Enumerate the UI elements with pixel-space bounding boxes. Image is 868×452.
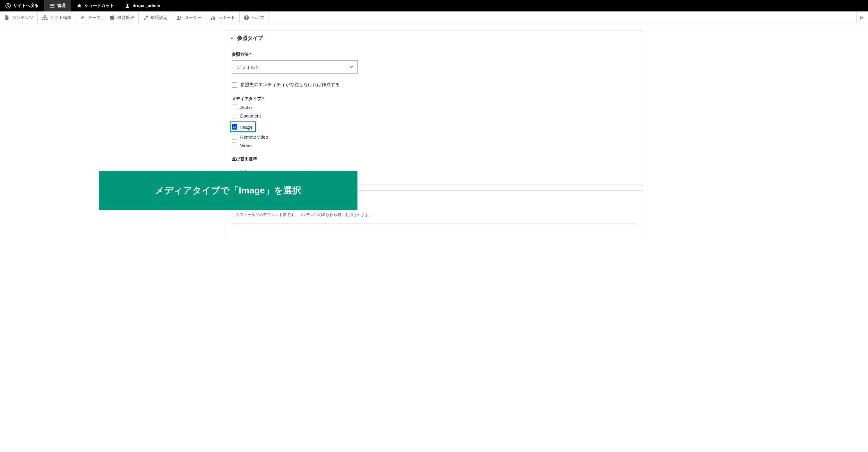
- menu-help-label: ヘルプ: [252, 15, 264, 21]
- media-type-audio-row: Audio: [232, 104, 636, 110]
- media-type-video-checkbox[interactable]: [232, 142, 237, 148]
- sort-label: 並び替え基準: [232, 156, 636, 162]
- media-type-document-row: Document: [232, 113, 636, 119]
- document-icon: [4, 15, 10, 21]
- manage-menu-link[interactable]: 管理: [44, 0, 71, 11]
- annotation-banner: メディアタイプで「Image」を選択: [99, 171, 358, 210]
- svg-point-8: [180, 16, 181, 18]
- menu-people-label: ユーザー: [185, 15, 202, 21]
- menu-content-label: コンテンツ: [12, 15, 33, 21]
- menu-content[interactable]: コンテンツ: [0, 11, 38, 24]
- menu-appearance[interactable]: テーマ: [76, 11, 105, 24]
- sitemap-icon: [42, 15, 48, 21]
- users-icon: [176, 15, 182, 21]
- media-type-document-checkbox[interactable]: [232, 113, 237, 119]
- media-types-group: Audio Document Image Remote video Video: [232, 104, 636, 148]
- back-to-site-label: サイトへ戻る: [13, 3, 38, 8]
- media-type-video-row: Video: [232, 142, 636, 148]
- menu-extend-label: 機能拡張: [117, 15, 134, 21]
- create-entity-label[interactable]: 参照先のエンティティが存在しなければ作成する: [240, 82, 340, 88]
- toolbar-collapse-button[interactable]: [856, 11, 868, 24]
- default-value-help-text: このフィールドのデフォルト値です。コンテンツの新規作成時に利用されます。: [232, 212, 636, 218]
- username-label: drupal_admin: [133, 3, 160, 8]
- shortcuts-label: ショートカット: [84, 3, 114, 8]
- media-type-audio-label[interactable]: Audio: [240, 105, 252, 110]
- menu-configuration[interactable]: 環境設定: [138, 11, 172, 24]
- svg-rect-5: [46, 19, 48, 20]
- panel-reference-title: 参照タイプ: [237, 35, 263, 41]
- user-menu-link[interactable]: drupal_admin: [119, 0, 166, 11]
- media-type-remote-video-label[interactable]: Remote video: [240, 134, 268, 139]
- media-type-label: メディアタイプ*: [232, 96, 636, 102]
- reference-method-label: 参照方法*: [232, 52, 636, 57]
- shortcuts-link[interactable]: ショートカット: [71, 0, 119, 11]
- menu-extend[interactable]: 機能拡張: [105, 11, 138, 24]
- menu-structure[interactable]: サイト構築: [38, 11, 76, 24]
- media-type-document-label[interactable]: Document: [240, 113, 261, 119]
- svg-rect-9: [211, 18, 212, 20]
- reference-method-select[interactable]: デフォルト: [232, 60, 358, 73]
- reference-method-select-wrapper: デフォルト: [232, 60, 358, 73]
- svg-rect-2: [44, 15, 45, 17]
- menu-people[interactable]: ユーザー: [172, 11, 206, 24]
- svg-point-1: [127, 4, 128, 6]
- media-type-image-checkbox[interactable]: [232, 124, 237, 130]
- toolbar-admin-menu: コンテンツ サイト構築 テーマ 機能拡張 環境設定 ユーザー レポート: [0, 11, 868, 24]
- menu-reports-label: レポート: [218, 15, 235, 21]
- tools-icon: [143, 15, 148, 21]
- media-type-remote-video-checkbox[interactable]: [232, 134, 237, 139]
- svg-rect-11: [214, 17, 215, 20]
- svg-rect-3: [42, 19, 43, 20]
- menu-help[interactable]: ? ヘルプ: [240, 11, 269, 24]
- svg-point-7: [178, 16, 179, 18]
- media-type-audio-checkbox[interactable]: [232, 104, 237, 110]
- menu-structure-label: サイト構築: [50, 15, 71, 21]
- puzzle-icon: [110, 15, 115, 21]
- back-arrow-icon: [5, 3, 11, 8]
- hamburger-icon: [50, 3, 55, 8]
- toolbar-admin-top: サイトへ戻る 管理 ショートカット drupal_admin: [0, 0, 868, 11]
- media-type-image-highlight: Image: [230, 122, 256, 132]
- media-type-video-label[interactable]: Video: [240, 143, 252, 148]
- menu-reports[interactable]: レポート: [206, 11, 240, 24]
- create-entity-checkbox[interactable]: [232, 82, 237, 88]
- back-to-site-link[interactable]: サイトへ戻る: [0, 0, 44, 11]
- create-entity-checkbox-row: 参照先のエンティティが存在しなければ作成する: [232, 82, 636, 88]
- menu-configuration-label: 環境設定: [151, 15, 167, 21]
- help-icon: ?: [244, 15, 249, 21]
- media-type-image-label[interactable]: Image: [240, 124, 253, 130]
- star-icon: [76, 3, 82, 8]
- wrench-icon: [80, 15, 86, 21]
- manage-label: 管理: [57, 3, 66, 8]
- svg-rect-4: [44, 19, 45, 20]
- menu-appearance-label: テーマ: [88, 15, 101, 21]
- panel-reference-body: 参照方法* デフォルト 参照先のエンティティが存在しなければ作成する メディアタ…: [225, 46, 643, 184]
- svg-rect-10: [213, 16, 214, 20]
- chart-icon: [210, 15, 216, 21]
- collapse-icon: [860, 16, 865, 20]
- svg-point-0: [6, 3, 10, 8]
- panel-reference-type: 参照タイプ 参照方法* デフォルト 参照先のエンティティが存在しなければ作成する: [225, 30, 643, 185]
- panel-reference-type-header[interactable]: 参照タイプ: [225, 30, 643, 46]
- media-type-remote-video-row: Remote video: [232, 134, 636, 139]
- annotation-text: メディアタイプで「Image」を選択: [155, 185, 301, 197]
- user-icon: [125, 3, 130, 8]
- chevron-down-icon: [230, 36, 234, 40]
- default-value-field-partial: [232, 224, 636, 226]
- svg-text:?: ?: [245, 16, 247, 20]
